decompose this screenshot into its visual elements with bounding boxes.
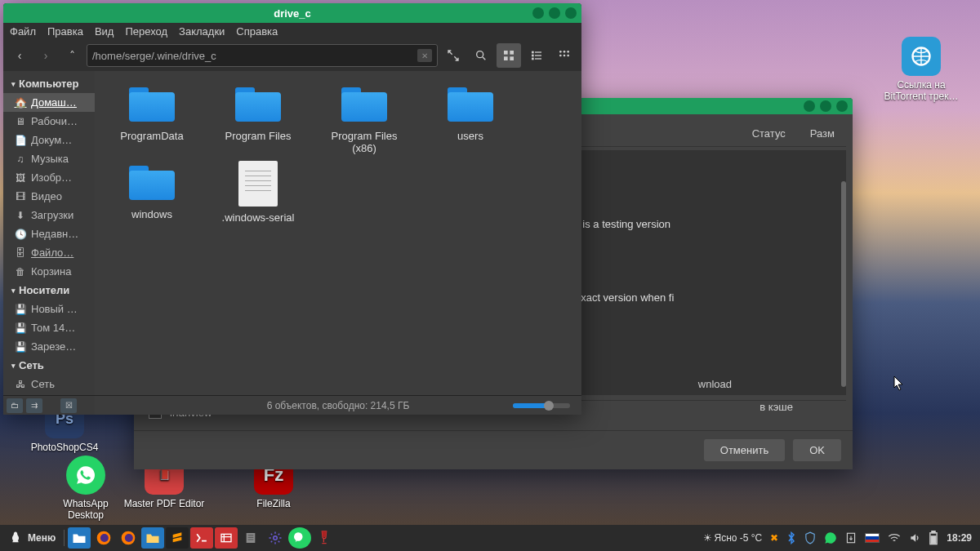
sidebar-item[interactable]: 💾Зарезе…	[3, 337, 95, 356]
sidebar-item[interactable]: 🖼Изобр…	[3, 168, 95, 187]
app-filemanager[interactable]	[141, 527, 164, 549]
desktop-icon-bittorrent[interactable]: Ссылка на BitTorrent трек…	[880, 37, 962, 102]
sidebar-item[interactable]: 🗑Корзина	[3, 262, 95, 281]
titlebar[interactable]: drive_c	[3, 3, 581, 23]
sidebar-item[interactable]: ⬇Загрузки	[3, 206, 95, 224]
sidebar-item[interactable]: ♫Музыка	[3, 149, 95, 168]
sidebar-section[interactable]: Носители	[3, 281, 95, 300]
sidebar-item[interactable]: 💾Том 14…	[3, 318, 95, 337]
file-item[interactable]: .windows-serial	[217, 161, 299, 224]
place-icon: ♫	[15, 153, 26, 165]
start-menu[interactable]: Меню	[0, 531, 64, 545]
app-firefox1[interactable]	[92, 527, 115, 549]
back-button[interactable]: ‹	[8, 44, 31, 67]
up-button[interactable]: ˄	[60, 44, 83, 67]
bittorrent-icon	[902, 37, 941, 76]
menu-Файл[interactable]: Файл	[10, 25, 36, 38]
file-item[interactable]: ProgramData	[111, 82, 193, 154]
sidebar-item[interactable]: 🏠Домаш…	[3, 93, 95, 112]
desktop-icon-whatsapp[interactable]: WhatsApp Desktop	[45, 455, 127, 521]
zoom-slider[interactable]	[513, 403, 570, 408]
forward-button[interactable]: ›	[34, 44, 57, 67]
file-icon	[238, 161, 278, 207]
sidebar[interactable]: Компьютер🏠Домаш…🖥Рабочи…📄Докум…♫Музыка🖼И…	[3, 71, 95, 395]
cancel-button[interactable]: Отменить	[704, 439, 785, 461]
menu-Закладки[interactable]: Закладки	[179, 25, 225, 38]
path-text: /home/serge/.wine/drive_c	[92, 50, 216, 62]
scrollbar[interactable]	[841, 181, 846, 387]
view-list-button[interactable]	[524, 43, 549, 68]
svg-rect-7	[535, 51, 541, 52]
place-icon: 🖧	[15, 379, 26, 390]
battery-icon[interactable]	[929, 531, 938, 545]
close-sidebar-button[interactable]: ☒	[60, 398, 77, 413]
file-item[interactable]: Program Files (x86)	[323, 82, 405, 154]
weather-tray[interactable]: ☀ Ясно -5 °C	[703, 532, 763, 544]
view-icons-button[interactable]	[497, 43, 521, 68]
sidebar-item[interactable]: 🖥Рабочи…	[3, 112, 95, 131]
sidebar-item[interactable]: 🖧Сеть	[3, 375, 95, 393]
update-icon[interactable]	[845, 531, 857, 544]
ok-button[interactable]: OK	[793, 439, 841, 461]
filemanager-window[interactable]: drive_c ФайлПравкаВидПереходЗакладкиСпра…	[3, 3, 581, 415]
menu-Переход[interactable]: Переход	[125, 25, 167, 38]
search-icon[interactable]	[469, 43, 493, 68]
app-firefox2[interactable]	[117, 527, 140, 549]
app-screenshot[interactable]	[215, 527, 238, 549]
terminal-output: c1 is a testing version r exact version …	[565, 160, 677, 362]
menu-Справка[interactable]: Справка	[236, 25, 278, 38]
tray-icon-x[interactable]: ✖	[770, 532, 778, 544]
shield-icon[interactable]	[804, 531, 816, 544]
menu-Правка[interactable]: Правка	[47, 25, 83, 38]
svg-point-16	[564, 55, 566, 57]
sidebar-section[interactable]: Компьютер	[3, 74, 95, 93]
toggle-pathentry-icon[interactable]	[441, 43, 466, 68]
sidebar-item[interactable]: 🕓Недавн…	[3, 224, 95, 243]
volume-icon[interactable]	[909, 532, 920, 544]
view-compact-button[interactable]	[552, 43, 577, 68]
wifi-icon[interactable]	[888, 533, 901, 543]
max-button[interactable]	[820, 100, 831, 112]
svg-point-13	[564, 51, 566, 53]
svg-point-19	[100, 534, 109, 542]
place-icon: 🏠	[15, 97, 26, 109]
file-item[interactable]: windows	[111, 161, 193, 224]
min-button[interactable]	[804, 100, 815, 112]
min-button[interactable]	[532, 7, 544, 19]
sidebar-section[interactable]: Сеть	[3, 356, 95, 375]
menu-Вид[interactable]: Вид	[95, 25, 114, 38]
app-whatsapp[interactable]	[288, 527, 311, 549]
sidebar-item[interactable]: 📄Докум…	[3, 131, 95, 149]
sidebar-item[interactable]: 🎞Видео	[3, 187, 95, 206]
app-text[interactable]	[239, 527, 262, 549]
bluetooth-icon[interactable]	[786, 531, 796, 544]
file-grid[interactable]: ProgramDataProgram FilesProgram Files (x…	[95, 71, 581, 395]
places-button[interactable]: 🗀	[7, 398, 23, 413]
svg-rect-4	[504, 56, 508, 60]
statusbar: 6 объектов, свободно: 214,5 ГБ	[95, 395, 581, 415]
taskbar[interactable]: Меню ☀ Ясно -5 °C ✖	[0, 525, 980, 551]
app-wine[interactable]	[313, 527, 336, 549]
close-button[interactable]	[565, 7, 577, 19]
place-icon: 💾	[15, 322, 26, 334]
sidebar-item[interactable]: 🗄Файло…	[3, 243, 95, 262]
clear-icon[interactable]: ✕	[417, 49, 432, 62]
app-files[interactable]	[68, 527, 91, 549]
address-bar[interactable]: /home/serge/.wine/drive_c ✕	[87, 44, 438, 67]
close-button[interactable]	[836, 100, 848, 112]
file-item[interactable]: Program Files	[217, 82, 299, 154]
svg-point-24	[274, 536, 278, 540]
sidebar-item[interactable]: 💾Новый …	[3, 300, 95, 318]
keyboard-layout[interactable]	[865, 533, 880, 543]
clock[interactable]: 18:29	[947, 532, 972, 544]
file-item[interactable]: users	[430, 82, 511, 154]
tree-button[interactable]: ⇉	[26, 398, 42, 413]
menubar[interactable]: ФайлПравкаВидПереходЗакладкиСправка	[3, 23, 581, 40]
app-terminal[interactable]	[190, 527, 213, 549]
folder-icon	[126, 161, 178, 203]
max-button[interactable]	[549, 7, 560, 19]
svg-rect-10	[532, 58, 534, 60]
app-sublime[interactable]	[166, 527, 189, 549]
app-settings[interactable]	[264, 527, 287, 549]
whatsapp-tray-icon[interactable]	[824, 531, 837, 544]
